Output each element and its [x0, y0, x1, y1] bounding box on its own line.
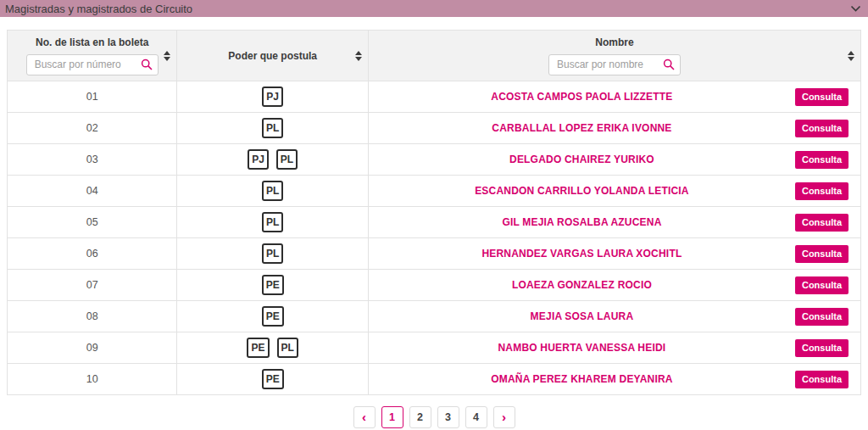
candidate-name: LOAEZA GONZALEZ ROCIO — [369, 279, 795, 291]
next-page-button[interactable]: › — [493, 406, 515, 428]
search-icon — [141, 59, 153, 73]
cell-poder: PJPL — [177, 144, 369, 176]
search-numero-input[interactable] — [26, 54, 159, 75]
table-row: 04 PL ESCANDON CARRILLO YOLANDA LETICIA … — [8, 176, 861, 207]
cell-poder: PL — [177, 207, 369, 238]
cell-nombre: DELGADO CHAIREZ YURIKO Consulta — [368, 144, 860, 176]
page-button-2[interactable]: 2 — [409, 406, 431, 428]
table-row: 05 PL GIL MEJIA ROSALBA AZUCENA Consulta — [8, 207, 861, 238]
poder-badge: PJ — [248, 149, 269, 170]
poder-badge: PL — [262, 181, 283, 201]
cell-list-number: 02 — [8, 113, 177, 144]
column-label-nombre: Nombre — [595, 36, 633, 48]
cell-nombre: ESCANDON CARRILLO YOLANDA LETICIA Consul… — [368, 176, 860, 207]
pagination: ‹ 1 2 3 4 › — [0, 406, 868, 428]
table-row: 07 PE LOAEZA GONZALEZ ROCIO Consulta — [8, 270, 861, 301]
candidate-name: OMAÑA PEREZ KHAREM DEYANIRA — [369, 373, 795, 385]
poder-badge: PL — [262, 212, 283, 232]
poder-badge: PL — [277, 338, 298, 358]
cell-nombre: CARBALLAL LOPEZ ERIKA IVONNE Consulta — [368, 113, 860, 144]
cell-nombre: GIL MEJIA ROSALBA AZUCENA Consulta — [368, 207, 860, 238]
consulta-button[interactable]: Consulta — [795, 245, 849, 263]
column-header-numero: No. de lista en la boleta — [8, 31, 177, 81]
cell-list-number: 03 — [8, 144, 177, 176]
search-icon — [663, 59, 675, 73]
consulta-button[interactable]: Consulta — [795, 182, 849, 200]
sort-icon[interactable] — [162, 49, 172, 63]
table-row: 01 PJ ACOSTA CAMPOS PAOLA LIZZETTE Consu… — [8, 81, 861, 113]
table-row: 02 PL CARBALLAL LOPEZ ERIKA IVONNE Consu… — [8, 113, 861, 144]
consulta-button[interactable]: Consulta — [795, 120, 849, 137]
cell-list-number: 01 — [8, 81, 177, 113]
column-header-nombre: Nombre — [368, 31, 860, 81]
consulta-button[interactable]: Consulta — [795, 214, 849, 232]
column-header-poder: Poder que postula — [177, 31, 369, 81]
prev-page-button[interactable]: ‹ — [353, 406, 376, 428]
cell-nombre: MEJIA SOSA LAURA Consulta — [368, 301, 860, 332]
cell-poder: PE — [177, 301, 369, 332]
page-button-3[interactable]: 3 — [437, 406, 459, 428]
cell-list-number: 09 — [8, 332, 177, 364]
section-title: Magistradas y magistrados de Circuito — [5, 3, 192, 15]
cell-poder: PJ — [177, 81, 369, 113]
table-row: 06 PL HERNANDEZ VARGAS LAURA XOCHITL Con… — [8, 238, 861, 270]
cell-nombre: OMAÑA PEREZ KHAREM DEYANIRA Consulta — [368, 364, 860, 395]
poder-badge: PJ — [262, 87, 283, 107]
candidate-name: NAMBO HUERTA VANESSA HEIDI — [369, 342, 795, 354]
poder-badge: PL — [276, 149, 298, 170]
table-row: 10 PE OMAÑA PEREZ KHAREM DEYANIRA Consul… — [8, 364, 861, 395]
poder-badge: PE — [262, 369, 284, 389]
page-button-4[interactable]: 4 — [465, 406, 487, 428]
search-nombre-box — [548, 54, 681, 75]
candidate-name: ACOSTA CAMPOS PAOLA LIZZETTE — [369, 91, 795, 103]
table-row: 03 PJPL DELGADO CHAIREZ YURIKO Consulta — [8, 144, 861, 176]
table-row: 08 PE MEJIA SOSA LAURA Consulta — [8, 301, 861, 332]
consulta-button[interactable]: Consulta — [795, 151, 849, 169]
cell-nombre: LOAEZA GONZALEZ ROCIO Consulta — [368, 270, 860, 301]
section-header[interactable]: Magistradas y magistrados de Circuito — [0, 0, 868, 17]
sort-icon[interactable] — [846, 49, 856, 63]
consulta-button[interactable]: Consulta — [795, 88, 849, 106]
candidate-name: ESCANDON CARRILLO YOLANDA LETICIA — [369, 185, 795, 197]
candidate-name: HERNANDEZ VARGAS LAURA XOCHITL — [369, 248, 795, 260]
column-label-numero: No. de lista en la boleta — [36, 36, 148, 48]
poder-badge: PE — [262, 275, 284, 295]
cell-poder: PL — [177, 238, 369, 270]
consulta-button[interactable]: Consulta — [795, 276, 849, 294]
poder-badge: PL — [262, 118, 283, 138]
chevron-down-icon — [850, 5, 861, 13]
cell-nombre: HERNANDEZ VARGAS LAURA XOCHITL Consulta — [368, 238, 860, 270]
candidate-name: MEJIA SOSA LAURA — [369, 310, 795, 322]
cell-list-number: 10 — [8, 364, 177, 395]
candidates-table: No. de lista en la boleta — [7, 30, 861, 395]
cell-list-number: 08 — [8, 301, 177, 332]
cell-poder: PEPL — [177, 332, 369, 364]
cell-list-number: 05 — [8, 207, 177, 238]
cell-list-number: 06 — [8, 238, 177, 270]
cell-list-number: 04 — [8, 176, 177, 207]
candidate-name: CARBALLAL LOPEZ ERIKA IVONNE — [369, 122, 795, 134]
page-button-1[interactable]: 1 — [381, 406, 403, 428]
column-label-poder: Poder que postula — [228, 50, 317, 62]
poder-badge: PE — [247, 338, 269, 358]
cell-nombre: NAMBO HUERTA VANESSA HEIDI Consulta — [368, 332, 860, 364]
cell-poder: PL — [177, 113, 369, 144]
consulta-button[interactable]: Consulta — [795, 371, 849, 388]
cell-list-number: 07 — [8, 270, 177, 301]
table-row: 09 PEPL NAMBO HUERTA VANESSA HEIDI Consu… — [8, 332, 861, 364]
cell-nombre: ACOSTA CAMPOS PAOLA LIZZETTE Consulta — [368, 81, 860, 113]
consulta-button[interactable]: Consulta — [795, 308, 849, 326]
consulta-button[interactable]: Consulta — [795, 339, 849, 357]
cell-poder: PE — [177, 270, 369, 301]
poder-badge: PL — [262, 243, 283, 264]
search-numero-box — [26, 54, 159, 75]
cell-poder: PE — [177, 364, 369, 395]
poder-badge: PE — [262, 306, 284, 327]
cell-poder: PL — [177, 176, 369, 207]
candidate-name: GIL MEJIA ROSALBA AZUCENA — [369, 216, 795, 228]
search-nombre-input[interactable] — [548, 54, 681, 75]
candidate-name: DELGADO CHAIREZ YURIKO — [369, 154, 795, 165]
sort-icon[interactable] — [353, 49, 364, 63]
